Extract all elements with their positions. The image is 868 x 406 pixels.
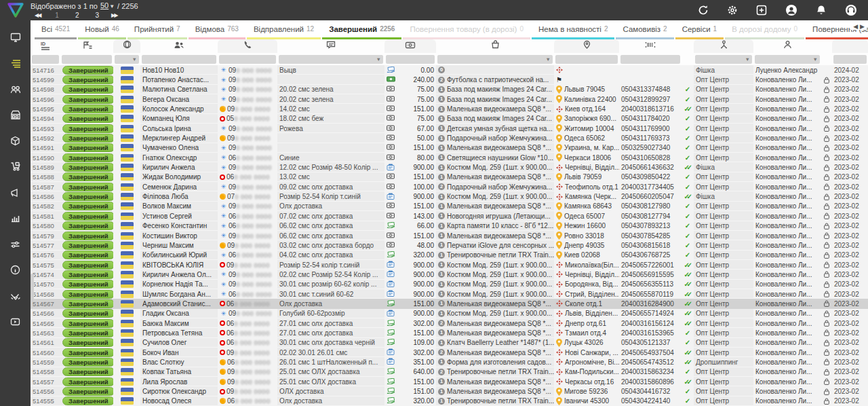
sidebar-item-tutorials[interactable] xyxy=(0,310,31,335)
filter-manager[interactable]: ▼ xyxy=(755,55,820,64)
table-row[interactable]: 514716 Завершений Нов10 Нов10 ✳090 000 0… xyxy=(31,65,868,75)
tab-В дорозі додому[interactable]: В дорозі додому0 xyxy=(725,20,804,39)
account-icon[interactable] xyxy=(785,4,797,16)
filter-customer[interactable] xyxy=(142,55,216,64)
sidebar-item-store[interactable] xyxy=(0,103,31,129)
column-header-handler[interactable] xyxy=(694,39,753,53)
notifications-icon[interactable] xyxy=(816,5,827,16)
table-row[interactable]: 514557 Завершений Лила Ярослав 090 000 0… xyxy=(31,377,868,386)
column-header-manager[interactable] xyxy=(753,39,821,53)
table-row[interactable]: 514566 Завершений Гладик Оксана ✳090 000… xyxy=(31,309,868,318)
settings-icon[interactable] xyxy=(727,5,738,16)
table-row[interactable]: 514587 Завершений Семенюк Дарина ✳090 00… xyxy=(31,182,868,191)
table-row[interactable]: 514563 Завершений Петровська Тетяна 060 … xyxy=(31,328,868,337)
table-row[interactable]: 514568 Завершений Шумляс Богдана Ан... ✳… xyxy=(31,289,868,299)
column-header-customer[interactable] xyxy=(140,39,218,53)
table-row[interactable]: 514594 Завершений Компанец Юля 050 000 0… xyxy=(31,114,868,124)
tab-Нема в наявності[interactable]: Нема в наявності2 xyxy=(532,20,614,39)
sidebar-item-customers[interactable] xyxy=(0,77,31,103)
table-row[interactable]: 514590 Завершений Гнатюк Олексндр ✳060 0… xyxy=(31,153,868,162)
tab-Відмова[interactable]: Відмова763 xyxy=(189,20,245,39)
page-number-1[interactable]: 1 xyxy=(47,12,67,19)
column-header-source[interactable] xyxy=(113,39,140,53)
column-header-phone[interactable] xyxy=(218,39,277,53)
column-header-tracking[interactable] xyxy=(619,39,682,53)
table-row[interactable]: 514596 Завершений Вегера Оксана ✳090 000… xyxy=(31,94,868,104)
table-row[interactable]: 514588 Завершений Жидак Володимир 060 00… xyxy=(31,172,868,182)
support-icon[interactable] xyxy=(845,4,857,16)
tab-Всі[interactable]: Всі4521 xyxy=(35,20,77,39)
filter-tracking[interactable] xyxy=(620,55,680,64)
table-row[interactable]: 514595 Завершений Колосок Александр 090 … xyxy=(31,104,868,113)
filter-source[interactable]: ▼ xyxy=(115,55,139,64)
table-row[interactable]: 514582 Завершений Волков Максим ✳090 000… xyxy=(31,202,868,211)
tab-Прийнятий[interactable]: Прийнятий7 xyxy=(127,20,187,39)
sidebar-item-settings[interactable] xyxy=(0,232,31,258)
filter-phone[interactable] xyxy=(219,55,276,64)
tab-Сервіси[interactable]: Сервіси1 xyxy=(675,20,724,39)
filter-status[interactable] xyxy=(62,55,112,64)
table-row[interactable]: 514576 Завершений Кобилинський Юрий ✳060… xyxy=(31,251,868,260)
tab-Новый[interactable]: Новый46 xyxy=(78,20,126,39)
refresh-icon[interactable] xyxy=(698,5,709,16)
column-header-check[interactable] xyxy=(682,39,694,53)
table-row[interactable]: 514565 Завершений Баюка Максим 060 000 0… xyxy=(31,318,868,328)
table-row[interactable]: 514559 Завершений Влас Слотюу 060 000 00… xyxy=(31,357,868,367)
table-row[interactable]: 514580 Завершений Фесенко Константин ✳06… xyxy=(31,221,868,231)
table-row[interactable]: 514579 Завершений Костишин Виктор ✳090 0… xyxy=(31,231,868,240)
page-number-2[interactable]: 2 xyxy=(67,12,87,19)
per-page-select[interactable]: 50▼ xyxy=(100,1,115,11)
sidebar-item-orders[interactable] xyxy=(0,52,31,77)
table-row[interactable]: 514577 Завершений Черниш Максим 090 000 … xyxy=(31,240,868,250)
sidebar-item-purchases[interactable] xyxy=(0,155,31,181)
app-logo[interactable] xyxy=(0,0,31,20)
sidebar-item-statistics[interactable] xyxy=(0,206,31,232)
table-row[interactable]: 514598 Завершений Малютина Светлана ✳090… xyxy=(31,85,868,94)
table-row[interactable]: 514592 Завершений Мерклингер Андрей 090 … xyxy=(31,133,868,143)
sidebar-item-marketing[interactable] xyxy=(0,181,31,206)
filter-location[interactable] xyxy=(555,55,618,64)
table-row[interactable]: 514567 Завершений Адамовский Станис... 0… xyxy=(31,299,868,308)
filter-comment[interactable]: ▼ xyxy=(279,55,383,64)
first-page-button[interactable]: ◀◀ xyxy=(31,12,47,20)
table-row[interactable]: 514555 Завершений Новосад Олеся 060 000 … xyxy=(31,396,868,406)
column-header-product[interactable] xyxy=(436,39,554,53)
column-header-id[interactable]: ID xyxy=(31,39,60,53)
filter-handler[interactable]: ▼ xyxy=(695,55,752,64)
column-header-comment[interactable] xyxy=(277,39,384,53)
column-header-lock[interactable] xyxy=(821,39,832,53)
table-row[interactable]: 514575 Завершений КВІТОВСЬКА ЮЛІЯ 090 00… xyxy=(31,260,868,270)
column-header-status[interactable] xyxy=(60,39,113,53)
table-row[interactable]: 514558 Завершений Ковпак Татьяна 090 000… xyxy=(31,367,868,377)
tab-Відправлений[interactable]: Відправлений12 xyxy=(247,20,321,39)
filter-date[interactable] xyxy=(833,55,867,64)
column-header-payment[interactable] xyxy=(384,39,436,53)
table-row[interactable]: 514599 Завершений Потапенко Анастас... ✳… xyxy=(31,75,868,84)
table-row[interactable]: 514593 Завершений Сольська Ірина ✳090 00… xyxy=(31,124,868,133)
table-row[interactable]: 514574 Завершений Кирилич Анжела Ол... ✳… xyxy=(31,270,868,279)
column-header-location[interactable] xyxy=(554,39,619,53)
table-row[interactable]: 514561 Завершений Сучилов Олег 060 000 0… xyxy=(31,338,868,348)
table-row[interactable]: 514589 Завершений Кирилич Анжела ✳090 00… xyxy=(31,162,868,172)
tab-scroll-arrows[interactable]: ◀▶ xyxy=(850,23,867,30)
last-page-button[interactable]: ▶▶ xyxy=(107,12,123,20)
table-row[interactable]: 514560 Завершений Бокоч Иван 090 000 000… xyxy=(31,348,868,357)
vertical-scrollbar-thumb[interactable] xyxy=(31,274,34,302)
tab-Самовивіз[interactable]: Самовивіз2 xyxy=(616,20,673,39)
add-window-icon[interactable] xyxy=(756,5,767,16)
column-header-date[interactable] xyxy=(832,39,868,53)
sidebar-item-dashboard[interactable] xyxy=(0,26,31,52)
tab-Завершений[interactable]: Завершений2256 xyxy=(322,20,401,39)
sidebar-item-partners[interactable] xyxy=(0,284,31,310)
sidebar-item-info[interactable] xyxy=(0,258,31,284)
filter-product[interactable]: ▼ xyxy=(437,55,553,64)
table-row[interactable]: 514586 Завершений Філіпова Люба 070 000 … xyxy=(31,191,868,201)
table-row[interactable]: 514556 Завершений Сиротюк Олександр 090 … xyxy=(31,386,868,396)
table-row[interactable]: 514570 Завершений Корнелюк Надія Та... ✳… xyxy=(31,280,868,289)
sidebar-item-products[interactable] xyxy=(0,129,31,155)
table-row[interactable]: 514581 Завершений Устинов Сергей ✳060 00… xyxy=(31,211,868,221)
filter-id[interactable] xyxy=(32,55,59,64)
page-number-3[interactable]: 3 xyxy=(87,12,107,19)
tab-Повернення товару (в дорозі)[interactable]: Повернення товару (в дорозі)0 xyxy=(403,20,530,39)
filter-payment[interactable] xyxy=(386,55,435,64)
